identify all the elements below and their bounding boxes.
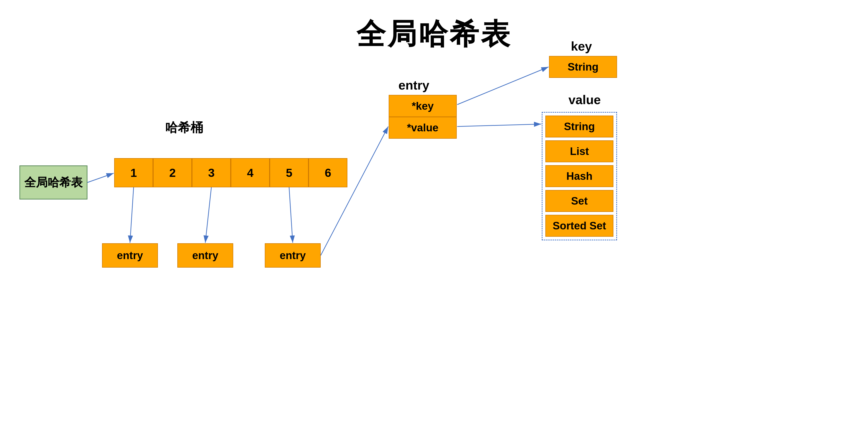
entry-detail-label: entry [398,78,429,92]
svg-line-4 [289,187,293,243]
svg-line-2 [130,187,134,243]
svg-line-6 [457,67,549,105]
svg-line-5 [321,126,388,255]
svg-line-1 [88,173,114,182]
entry-box-3: entry [265,243,321,267]
entry-detail-box: *key *value [389,95,457,139]
bucket-cell-1: 1 [114,158,153,187]
svg-line-7 [457,124,541,126]
entry-box-2: entry [177,243,233,267]
value-item-hash: Hash [546,165,613,187]
bucket-cell-6: 6 [309,158,347,187]
value-item-string: String [546,116,613,137]
key-string-box: String [549,56,617,78]
entry-box-1: entry [102,243,158,267]
global-hashtable-box: 全局哈希表 [20,165,88,199]
entry-detail-key: *key [389,95,457,117]
bucket-cell-5: 5 [270,158,309,187]
bucket-cell-2: 2 [153,158,192,187]
value-label: value [568,92,601,107]
entry-detail-value: *value [389,117,457,139]
page-title: 全局哈希表 [0,0,868,54]
key-label: key [571,39,592,54]
arrows-svg [0,0,868,425]
value-item-sorted-set: Sorted Set [546,215,613,237]
bucket-cell-3: 3 [192,158,231,187]
svg-line-3 [205,187,211,243]
value-item-set: Set [546,190,613,212]
value-dashed-container: String List Hash Set Sorted Set [542,112,617,240]
hash-buckets-row: 1 2 3 4 5 6 [114,158,347,187]
value-item-list: List [546,140,613,162]
hash-buckets-label: 哈希桶 [165,119,203,136]
bucket-cell-4: 4 [231,158,270,187]
